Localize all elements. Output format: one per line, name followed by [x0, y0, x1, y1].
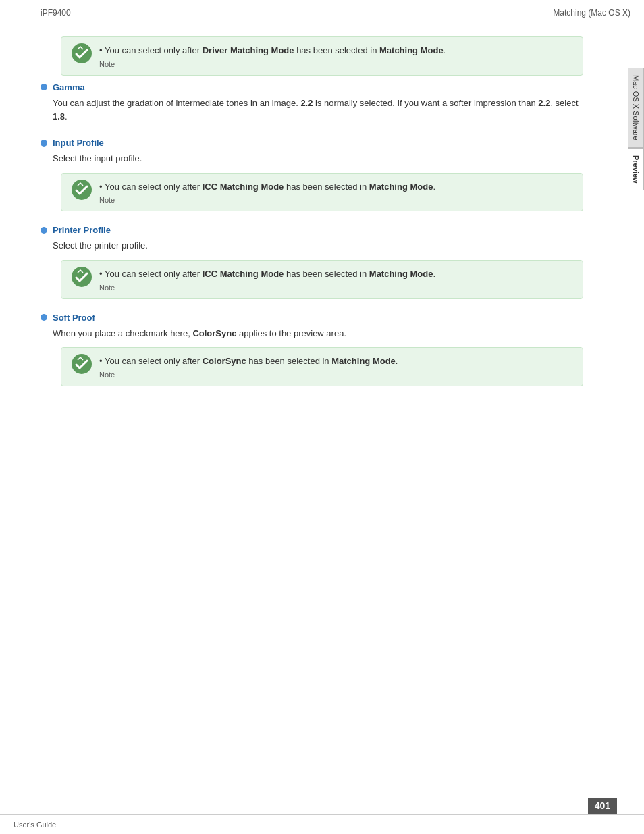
tab-mac-os-x-software[interactable]: Mac OS X Software	[628, 68, 644, 148]
note-text-printer-profile: • You can select only after ICC Matching…	[99, 267, 435, 281]
note-icon-soft-proof	[71, 355, 92, 377]
title-input-profile: Input Profile	[53, 138, 104, 148]
note-text-input-profile: • You can select only after ICC Matching…	[99, 180, 435, 194]
note-content-printer-profile: • You can select only after ICC Matching…	[99, 267, 435, 292]
note-icon-printer-profile	[71, 267, 92, 290]
bullet-printer-profile	[41, 227, 47, 234]
right-tabs: Mac OS X Software Preview	[628, 68, 644, 190]
main-content: • You can select only after Driver Match…	[0, 23, 624, 440]
bullet-gamma	[41, 84, 47, 90]
note-content-soft-proof: • You can select only after ColorSync ha…	[99, 355, 398, 379]
section-soft-proof: Soft Proof When you place a checkmark he…	[41, 313, 583, 386]
section-printer-profile: Printer Profile Select the printer profi…	[41, 225, 583, 298]
page-header: iPF9400 Matching (Mac OS X)	[0, 0, 644, 23]
note-content-input-profile: • You can select only after ICC Matching…	[99, 180, 435, 205]
title-printer-profile: Printer Profile	[53, 225, 111, 235]
section-input-profile: Input Profile Select the input profile. …	[41, 138, 583, 211]
svg-point-0	[72, 43, 92, 63]
section-title-printer-profile: Printer Profile	[41, 225, 583, 235]
section-title-gamma: Gamma	[41, 82, 583, 93]
body-input-profile: Select the input profile.	[41, 152, 583, 166]
bullet-soft-proof	[41, 314, 47, 321]
note-box-printer-profile: • You can select only after ICC Matching…	[61, 260, 583, 299]
svg-point-2	[72, 267, 92, 287]
body-soft-proof: When you place a checkmark here, ColorSy…	[41, 327, 583, 341]
title-soft-proof: Soft Proof	[53, 313, 95, 323]
note-label-soft-proof: Note	[99, 371, 398, 379]
note-box-input-profile: • You can select only after ICC Matching…	[61, 173, 583, 212]
top-note-box: • You can select only after Driver Match…	[61, 36, 583, 76]
note-text-top: • You can select only after Driver Match…	[99, 44, 446, 57]
title-gamma: Gamma	[53, 82, 85, 93]
svg-point-1	[72, 180, 92, 200]
page-footer: User's Guide	[0, 814, 644, 834]
note-icon-top	[71, 44, 92, 66]
page-number: 401	[588, 798, 617, 814]
note-icon-input-profile	[71, 180, 92, 203]
header-right: Matching (Mac OS X)	[553, 8, 630, 18]
note-text-soft-proof: • You can select only after ColorSync ha…	[99, 355, 398, 368]
bullet-input-profile	[41, 140, 47, 147]
note-label-input-profile: Note	[99, 196, 435, 204]
body-printer-profile: Select the printer profile.	[41, 239, 583, 253]
note-label-printer-profile: Note	[99, 284, 435, 292]
footer-left: User's Guide	[14, 820, 56, 829]
note-box-soft-proof: • You can select only after ColorSync ha…	[61, 347, 583, 386]
header-left: iPF9400	[41, 8, 71, 18]
note-label-top: Note	[99, 60, 446, 68]
section-gamma: Gamma You can adjust the gradation of in…	[41, 82, 583, 125]
svg-point-3	[72, 354, 92, 374]
section-title-soft-proof: Soft Proof	[41, 313, 583, 323]
section-title-input-profile: Input Profile	[41, 138, 583, 148]
tab-preview[interactable]: Preview	[628, 148, 644, 191]
body-gamma: You can adjust the gradation of intermed…	[41, 97, 583, 125]
note-content-top: • You can select only after Driver Match…	[99, 44, 446, 68]
